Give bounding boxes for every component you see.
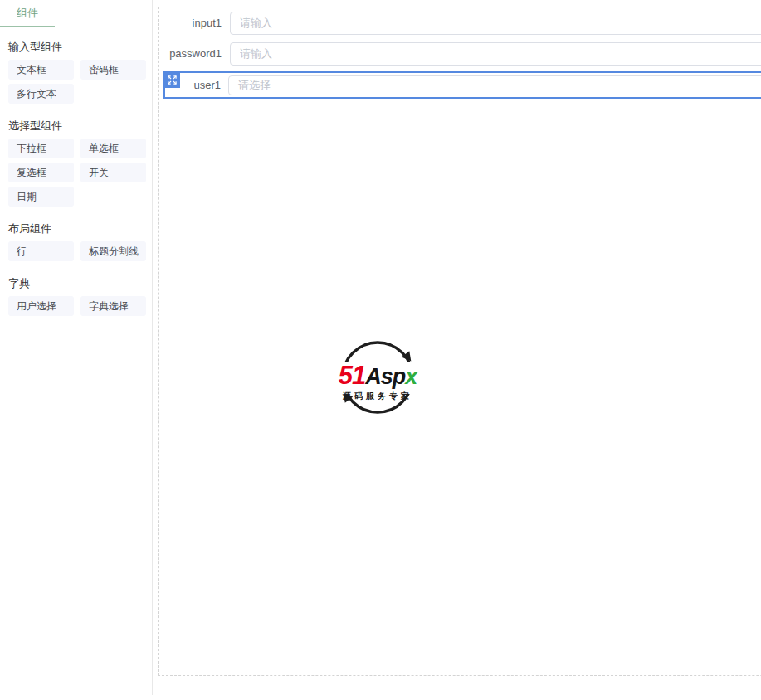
select-placeholder: 请选择 [238, 78, 271, 93]
component-item-dict-select[interactable]: 字典选择 [80, 296, 146, 316]
form-field-user1-selected[interactable]: user1 请选择 [163, 71, 761, 99]
component-item-textbox[interactable]: 文本框 [8, 60, 74, 80]
field-label: input1 [159, 17, 222, 29]
logo-tagline: 源码服务专家 [343, 391, 412, 402]
section-layout-components: 行 标题分割线 [8, 241, 144, 261]
design-canvas-wrapper: input1 password1 user1 请选择 [153, 0, 761, 700]
component-item-radio[interactable]: 单选框 [80, 139, 146, 158]
password-input[interactable] [230, 42, 761, 66]
design-canvas[interactable]: input1 password1 user1 请选择 [158, 7, 761, 676]
tab-components[interactable]: 组件 [0, 0, 55, 27]
logo-asp: Asp [365, 364, 405, 389]
section-title-input-components: 输入型组件 [8, 41, 144, 53]
section-title-select-components: 选择型组件 [8, 119, 144, 132]
move-icon [168, 75, 177, 85]
component-item-dropdown[interactable]: 下拉框 [8, 139, 74, 158]
component-item-textarea[interactable]: 多行文本 [8, 84, 74, 104]
component-item-passwordbox[interactable]: 密码框 [80, 60, 146, 80]
logo-brand-text: 51Aspx [338, 362, 418, 394]
component-item-row[interactable]: 行 [8, 241, 74, 261]
drag-handle[interactable] [163, 71, 180, 88]
field-label: password1 [159, 47, 222, 60]
component-item-checkbox[interactable]: 复选框 [8, 163, 74, 182]
component-sidebar: 组件 输入型组件 文本框 密码框 多行文本 选择型组件 下拉框 单选框 复选框 … [0, 0, 153, 695]
section-title-dictionary: 字典 [8, 277, 144, 289]
section-input-components: 文本框 密码框 多行文本 [8, 60, 144, 104]
user-select-input[interactable]: 请选择 [228, 75, 761, 95]
component-panel: 输入型组件 文本框 密码框 多行文本 选择型组件 下拉框 单选框 复选框 开关 … [0, 41, 152, 316]
component-item-switch[interactable]: 开关 [80, 163, 146, 182]
section-select-components: 下拉框 单选框 复选框 开关 日期 [8, 139, 144, 207]
section-dictionary: 用户选择 字典选择 [8, 296, 144, 316]
component-item-title-divider[interactable]: 标题分割线 [80, 241, 146, 261]
component-item-date[interactable]: 日期 [8, 187, 74, 207]
logo-51: 51 [339, 361, 365, 390]
sidebar-tabs: 组件 [0, 0, 152, 27]
form-field-password1[interactable]: password1 [159, 38, 761, 69]
text-input[interactable] [230, 12, 761, 35]
component-item-user-select[interactable]: 用户选择 [8, 296, 74, 316]
form-field-input1[interactable]: input1 [159, 7, 761, 38]
section-title-layout-components: 布局组件 [8, 222, 144, 235]
logo-x: x [405, 364, 417, 389]
51aspx-watermark-logo: 51Aspx 源码服务专家 [328, 339, 427, 419]
